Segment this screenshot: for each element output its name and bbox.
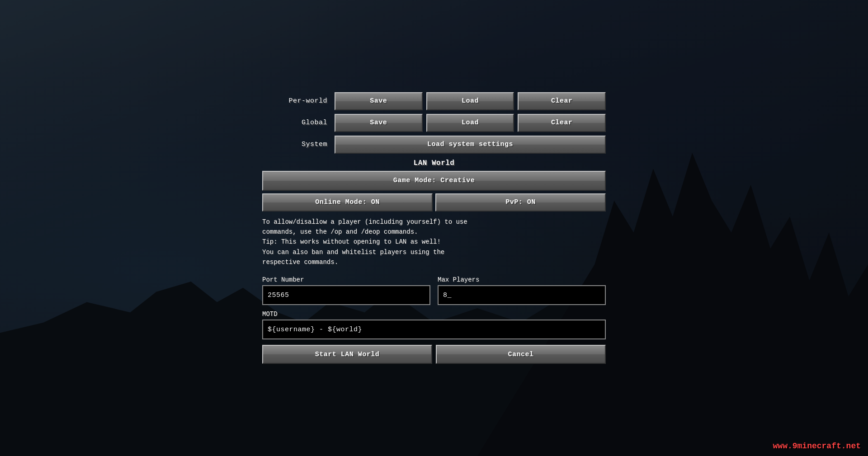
load-system-settings-button[interactable]: Load system settings: [335, 136, 606, 154]
system-label: System: [262, 141, 335, 148]
info-text: To allow/disallow a player (including yo…: [262, 217, 606, 268]
motd-input[interactable]: [262, 320, 606, 339]
cancel-button[interactable]: Cancel: [436, 345, 606, 364]
bottom-buttons: Start LAN World Cancel: [262, 345, 606, 364]
global-load-button[interactable]: Load: [426, 114, 514, 132]
per-world-buttons: Save Load Clear: [335, 92, 606, 110]
system-row: System Load system settings: [262, 136, 606, 154]
global-clear-button[interactable]: Clear: [518, 114, 606, 132]
game-mode-button[interactable]: Game Mode: Creative: [262, 171, 606, 191]
motd-label: MOTD: [262, 310, 606, 318]
port-maxplayers-row: Port Number Max Players: [262, 276, 606, 305]
ui-container: Per-world Save Load Clear Global Save Lo…: [262, 92, 606, 364]
per-world-clear-button[interactable]: Clear: [518, 92, 606, 110]
max-players-group: Max Players: [438, 276, 606, 305]
lan-mode-row: Online Mode: ON PvP: ON: [262, 193, 606, 212]
per-world-save-button[interactable]: Save: [335, 92, 423, 110]
watermark-prefix: www.: [773, 442, 793, 451]
watermark-brand: 9minecraft: [793, 442, 841, 451]
motd-group: MOTD: [262, 310, 606, 339]
global-label: Global: [262, 119, 335, 127]
per-world-load-button[interactable]: Load: [426, 92, 514, 110]
max-players-input[interactable]: [438, 285, 606, 305]
global-buttons: Save Load Clear: [335, 114, 606, 132]
port-number-input[interactable]: [262, 285, 430, 305]
system-buttons: Load system settings: [335, 136, 606, 154]
lan-world-title: LAN World: [414, 159, 455, 167]
pvp-button[interactable]: PvP: ON: [435, 193, 606, 212]
global-save-button[interactable]: Save: [335, 114, 423, 132]
port-number-group: Port Number: [262, 276, 430, 305]
per-world-label: Per-world: [262, 97, 335, 105]
start-lan-world-button[interactable]: Start LAN World: [262, 345, 432, 364]
lan-world-section: LAN World Game Mode: Creative Online Mod…: [262, 159, 606, 364]
watermark-suffix: .net: [841, 442, 861, 451]
port-number-label: Port Number: [262, 276, 430, 283]
max-players-label: Max Players: [438, 276, 606, 283]
watermark: www.9minecraft.net: [773, 442, 861, 451]
per-world-row: Per-world Save Load Clear: [262, 92, 606, 110]
lan-world-buttons: Game Mode: Creative Online Mode: ON PvP:…: [262, 171, 606, 212]
global-row: Global Save Load Clear: [262, 114, 606, 132]
online-mode-button[interactable]: Online Mode: ON: [262, 193, 433, 212]
